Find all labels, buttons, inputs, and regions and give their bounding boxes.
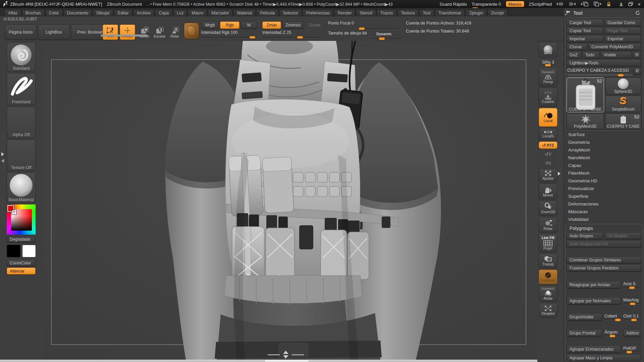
menu-item[interactable]: Render	[334, 9, 355, 16]
menu-item[interactable]: Editar	[114, 9, 132, 16]
transparent-slider[interactable]: Transparente 0	[472, 2, 501, 7]
tool-name-slider-handle[interactable]	[618, 74, 624, 76]
dock-right-icon[interactable]	[593, 1, 601, 7]
active-tool-thumb[interactable]: 52 CUERPO Y CABE	[567, 77, 604, 112]
restore-button[interactable]	[628, 2, 633, 6]
goz-button[interactable]: GoZ	[567, 51, 581, 58]
goz-visible-button[interactable]: Visible	[601, 51, 632, 58]
group-masked-button[interactable]: Agrupar Enmascarados	[567, 346, 621, 353]
make-polymesh3d-button[interactable]: Convertir PolyMesh3D	[588, 43, 641, 50]
current-texture-thumb[interactable]: Texture Off	[7, 139, 36, 171]
fit-view-button[interactable]: Ajustar	[539, 168, 557, 182]
menu-item[interactable]: Zscript	[487, 9, 507, 16]
z-intensity-slider[interactable]: Intensidad Z 25	[262, 30, 291, 35]
lightbox-button[interactable]: LightBox	[38, 24, 70, 40]
floor-grid-button[interactable]: x Y z Cuadric	[539, 88, 557, 107]
auto-groups-button[interactable]: Auto Grupos	[567, 232, 603, 239]
close-button[interactable]: ×	[638, 1, 641, 7]
spix-slider[interactable]: SPix 3	[539, 58, 557, 66]
secondary-color-swatch-black[interactable]	[7, 245, 20, 257]
menu-item[interactable]: Pelicula	[256, 9, 278, 16]
tool-section-header[interactable]: Deformaciones	[564, 200, 644, 208]
uv-groups-button[interactable]: Uv Grupos	[604, 232, 641, 239]
toolbar-scroll-handle[interactable]	[101, 35, 148, 37]
tool-item-sphere3d[interactable]: Sphere3D	[605, 77, 641, 95]
tray-resize-strip[interactable]	[1, 133, 5, 226]
solo-button[interactable]: Dynamic Aislar	[539, 286, 557, 302]
polyframe-button[interactable]: Line Fill PolyF	[539, 234, 557, 252]
tool-section-header[interactable]: Capas	[564, 162, 644, 169]
copy-tool-button[interactable]: Copiar Tool	[567, 27, 603, 34]
tool-section-header[interactable]: Previsualizar	[564, 185, 644, 192]
bpr-button[interactable]: BPR	[539, 42, 557, 58]
menu-item[interactable]: Luz	[173, 9, 187, 16]
rotate-button[interactable]: R Rotar	[168, 24, 182, 40]
merge-stray-groups-button[interactable]: Fusionar Grupos Perdidos	[567, 264, 641, 272]
menu-item[interactable]: Tool	[419, 9, 434, 16]
save-as-button[interactable]: Guardar Como	[604, 19, 641, 26]
menu-item[interactable]: Marcador	[208, 9, 233, 16]
paste-tool-button[interactable]: Pegar Tool	[604, 27, 641, 34]
menu-item[interactable]: Stencil	[356, 9, 376, 16]
tool-section-header[interactable]: Máscaras	[564, 208, 644, 216]
rotate-z-button[interactable]: ↺z	[539, 159, 557, 167]
current-stroke-thumb[interactable]: FreeHand	[7, 73, 36, 105]
auto-groups-uv-button[interactable]: Auto Grupos con UV	[567, 240, 641, 247]
edit-button[interactable]: Edit	[103, 24, 118, 40]
gradient-toggle[interactable]: Degradado	[7, 236, 36, 243]
zsub-button[interactable]: Zmenos	[282, 21, 304, 29]
rotate-view-button[interactable]: Rotar	[539, 217, 557, 233]
draw-size-slider[interactable]: Tamaño de dibujo 64	[328, 31, 367, 36]
menu-item[interactable]: Macro	[188, 9, 207, 16]
tool-section-header[interactable]: Geometría	[564, 138, 644, 146]
menu-item[interactable]: Documento	[63, 9, 92, 16]
rename-tool-button[interactable]: R	[633, 67, 641, 74]
group-by-edges-button[interactable]: Reagrupar por Aristas	[567, 281, 621, 289]
menu-item[interactable]: Archivo	[133, 9, 155, 16]
divider-right-icon[interactable]	[569, 2, 576, 6]
dock-left-icon[interactable]	[581, 1, 589, 7]
tool-item-cuerpo[interactable]: 52 CUERPO Y CABE	[605, 113, 641, 129]
polygroups-title[interactable]: Polygroups	[570, 226, 593, 231]
slider-handle[interactable]	[627, 351, 632, 353]
menu-item[interactable]: Color	[45, 9, 63, 16]
polygp-slider[interactable]: PoliGP	[623, 345, 641, 352]
perspective-button[interactable]: Dynamic Persp	[539, 68, 557, 86]
tool-section-header[interactable]: Superficie	[564, 192, 644, 200]
local-symmetry-button[interactable]: LocalS	[539, 128, 557, 140]
mrgb-button[interactable]: Mrgb	[201, 21, 219, 29]
ghost-transparency-button[interactable]: Fantasm	[539, 269, 557, 284]
tool-section-header[interactable]: SubTool	[564, 131, 644, 138]
lightbox-tools-button[interactable]: Lightbox▶Tools	[567, 59, 641, 66]
tray-collapse-arrow[interactable]	[1, 159, 4, 163]
tool-section-header[interactable]: ArrayMesh	[564, 146, 644, 154]
secondary-color-swatch-white[interactable]	[22, 245, 36, 257]
menu-item[interactable]: Zplugin	[466, 9, 487, 16]
alternate-button[interactable]: Alternar	[7, 267, 36, 275]
cluster-slider[interactable]: Clstr 0.1	[623, 313, 641, 320]
group-front-button[interactable]: Grupo Frontal	[567, 329, 602, 337]
max-angle-slider[interactable]: MaxAng	[623, 297, 641, 304]
viewport-canvas[interactable]	[44, 41, 537, 360]
rotate-y-button[interactable]: ↺Y	[539, 150, 557, 158]
group-by-normals-button[interactable]: Agrupar por Normales	[567, 297, 621, 305]
menu-item[interactable]: Preferencias	[303, 9, 333, 16]
divider-left-icon[interactable]	[556, 2, 564, 6]
tool-section-header[interactable]: Visibilidad	[564, 216, 644, 223]
group-visible-button[interactable]: GrupoVisible	[567, 313, 602, 321]
zcut-button[interactable]: Zcorte	[305, 21, 324, 29]
current-material-thumb[interactable]	[184, 22, 199, 39]
tool-section-header[interactable]: FiberMesh	[564, 169, 644, 177]
current-brush-thumb[interactable]: Standard	[7, 42, 36, 72]
refresh-icon[interactable]	[635, 10, 640, 15]
export-button[interactable]: Exportar	[604, 35, 641, 42]
quick-save-button[interactable]: Guard Rápido	[440, 2, 467, 7]
import-button[interactable]: Importar	[567, 35, 603, 42]
menu-item[interactable]: Alfas	[4, 9, 21, 16]
menu-item[interactable]: Dibujar	[93, 9, 113, 16]
transparency-button[interactable]: Transp	[539, 253, 557, 268]
minimize-button[interactable]	[619, 2, 624, 6]
document-bottom-scrollbar[interactable]	[0, 360, 537, 362]
tool-item-simplebrush[interactable]: S SimpleBrush	[605, 96, 641, 112]
menu-item[interactable]: Selector	[279, 9, 302, 16]
